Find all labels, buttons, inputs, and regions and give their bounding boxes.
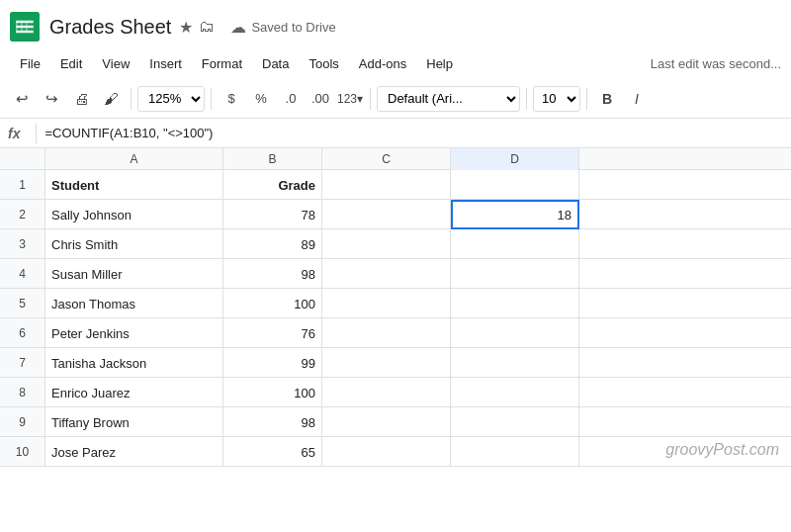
- cell-d6[interactable]: [451, 318, 579, 348]
- cell-d2[interactable]: 18: [451, 200, 579, 229]
- cell-a7[interactable]: Tanisha Jackson: [45, 348, 223, 378]
- cell-c5[interactable]: [322, 289, 451, 318]
- cell-b2[interactable]: 78: [223, 200, 322, 229]
- currency-button[interactable]: $: [218, 85, 245, 113]
- zoom-select[interactable]: 125% 100% 75%: [137, 86, 205, 112]
- cell-a1[interactable]: Student: [45, 170, 223, 200]
- row-num-4: 4: [0, 259, 45, 288]
- menu-view[interactable]: View: [92, 52, 139, 75]
- toolbar-divider-2: [211, 88, 212, 110]
- paint-format-button[interactable]: 🖌: [97, 85, 125, 113]
- menu-file[interactable]: File: [10, 52, 50, 75]
- col-header-d[interactable]: D: [451, 148, 579, 170]
- cell-c10[interactable]: [322, 437, 451, 467]
- cell-a3[interactable]: Chris Smith: [45, 229, 223, 259]
- cell-c4[interactable]: [322, 259, 451, 289]
- cell-b3[interactable]: 89: [223, 229, 322, 259]
- svg-rect-3: [16, 31, 34, 34]
- redo-button[interactable]: ↪: [38, 85, 65, 113]
- toolbar-divider-4: [526, 88, 527, 110]
- cell-a9[interactable]: Tiffany Brown: [45, 407, 223, 437]
- cell-b6[interactable]: 76: [223, 318, 322, 348]
- cell-a10[interactable]: Jose Parez: [45, 437, 223, 467]
- menu-edit[interactable]: Edit: [50, 52, 92, 75]
- cell-a6[interactable]: Peter Jenkins: [45, 318, 223, 348]
- formula-content[interactable]: =COUNTIF(A1:B10, "<>100"): [44, 126, 783, 140]
- row-num-3: 3: [0, 229, 45, 258]
- cell-b4[interactable]: 98: [223, 259, 322, 289]
- cell-b1[interactable]: Grade: [223, 170, 322, 200]
- font-size-select[interactable]: 10 11 12 14: [533, 86, 580, 112]
- cell-c7[interactable]: [322, 348, 451, 378]
- toolbar-divider-5: [586, 88, 587, 110]
- italic-button[interactable]: I: [623, 85, 651, 113]
- percent-button[interactable]: %: [247, 85, 275, 113]
- print-button[interactable]: 🖨: [67, 85, 95, 113]
- menu-tools[interactable]: Tools: [299, 52, 348, 75]
- row-num-2: 2: [0, 200, 45, 228]
- svg-rect-5: [21, 21, 22, 34]
- cell-d4[interactable]: [451, 259, 579, 289]
- cell-d7[interactable]: [451, 348, 579, 378]
- document-title: Grades Sheet: [49, 16, 171, 39]
- toolbar-divider-1: [131, 88, 132, 110]
- cell-c2[interactable]: [322, 200, 451, 229]
- cell-d3[interactable]: [451, 229, 579, 259]
- svg-rect-4: [16, 21, 17, 34]
- row-num-10: 10: [0, 437, 45, 466]
- cell-c8[interactable]: [322, 378, 451, 407]
- folder-icon[interactable]: 🗂: [199, 18, 215, 36]
- formula-bar: fx =COUNTIF(A1:B10, "<>100"): [0, 119, 791, 148]
- cloud-icon: ☁: [230, 18, 246, 37]
- formula-bar-divider: [36, 124, 37, 143]
- cell-c3[interactable]: [322, 229, 451, 259]
- cell-d5[interactable]: [451, 289, 579, 318]
- cell-c9[interactable]: [322, 407, 451, 437]
- cell-c6[interactable]: [322, 318, 451, 348]
- table-row: 7 Tanisha Jackson 99: [0, 348, 791, 378]
- cell-b5[interactable]: 100: [223, 289, 322, 318]
- row-num-9: 9: [0, 407, 45, 436]
- toolbar-divider-3: [370, 88, 371, 110]
- cell-c1[interactable]: [322, 170, 451, 200]
- col-header-b[interactable]: B: [223, 148, 322, 170]
- saved-status: ☁ Saved to Drive: [230, 18, 335, 37]
- menu-insert[interactable]: Insert: [139, 52, 192, 75]
- font-select[interactable]: Default (Ari... Arial Times New Roman: [377, 86, 520, 112]
- cell-b7[interactable]: 99: [223, 348, 322, 378]
- menu-data[interactable]: Data: [252, 52, 299, 75]
- title-bar: Grades Sheet ★ 🗂 ☁ Saved to Drive: [0, 0, 791, 47]
- menu-help[interactable]: Help: [416, 52, 463, 75]
- col-header-a[interactable]: A: [45, 148, 223, 170]
- row-num-5: 5: [0, 289, 45, 317]
- row-num-7: 7: [0, 348, 45, 377]
- undo-button[interactable]: ↩: [8, 85, 36, 113]
- cell-b10[interactable]: 65: [223, 437, 322, 467]
- row-num-1: 1: [0, 170, 45, 199]
- last-edit-text: Last edit was second...: [651, 56, 781, 71]
- svg-rect-2: [16, 26, 34, 29]
- bold-button[interactable]: B: [593, 85, 621, 113]
- cell-b8[interactable]: 100: [223, 378, 322, 407]
- menu-format[interactable]: Format: [192, 52, 252, 75]
- table-row: 8 Enrico Juarez 100: [0, 378, 791, 407]
- cell-d8[interactable]: [451, 378, 579, 407]
- more-formats-button[interactable]: 123▾: [336, 85, 364, 113]
- decimal0-button[interactable]: .0: [277, 85, 305, 113]
- cell-a8[interactable]: Enrico Juarez: [45, 378, 223, 407]
- table-row: 2 Sally Johnson 78 18: [0, 200, 791, 229]
- cell-a4[interactable]: Susan Miller: [45, 259, 223, 289]
- decimal00-button[interactable]: .00: [307, 85, 334, 113]
- table-row: 4 Susan Miller 98: [0, 259, 791, 289]
- cell-d10[interactable]: [451, 437, 579, 467]
- row-num-8: 8: [0, 378, 45, 406]
- table-row: 6 Peter Jenkins 76: [0, 318, 791, 348]
- col-header-c[interactable]: C: [322, 148, 451, 170]
- cell-b9[interactable]: 98: [223, 407, 322, 437]
- cell-a2[interactable]: Sally Johnson: [45, 200, 223, 229]
- menu-addons[interactable]: Add-ons: [349, 52, 416, 75]
- cell-a5[interactable]: Jason Thomas: [45, 289, 223, 318]
- star-icon[interactable]: ★: [179, 18, 193, 37]
- cell-d1[interactable]: [451, 170, 579, 200]
- cell-d9[interactable]: [451, 407, 579, 437]
